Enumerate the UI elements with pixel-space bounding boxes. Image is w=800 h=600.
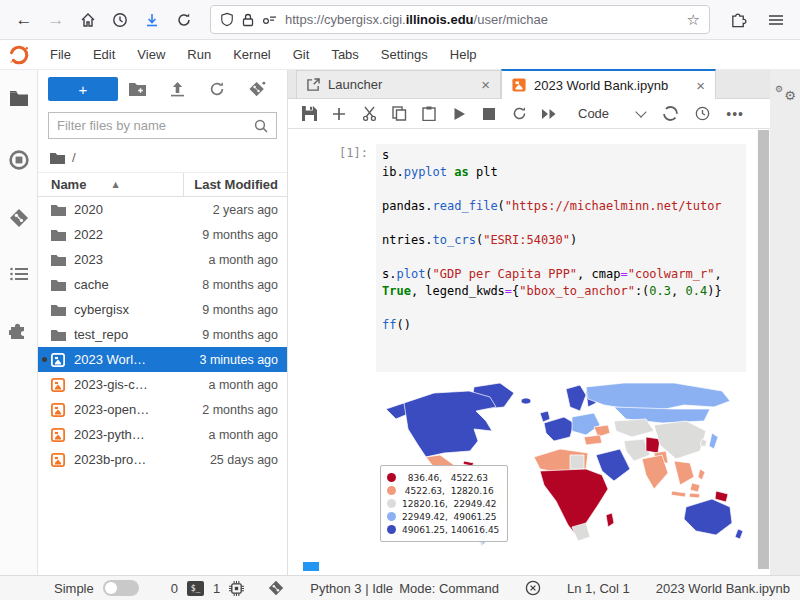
simple-mode-toggle[interactable] (103, 580, 139, 596)
code-line: s.plot("GDP per Capita PPP", cmap="coolw… (382, 266, 740, 283)
file-name: cybergisx (74, 302, 202, 317)
downloads-icon[interactable] (136, 5, 168, 35)
file-name: 2023-open… (74, 402, 202, 417)
execution-time-clock-icon[interactable] (695, 106, 710, 121)
menu-run[interactable]: Run (176, 40, 222, 70)
legend-label: 12820.16, 22949.42 (402, 499, 496, 509)
save-icon[interactable] (294, 101, 324, 127)
property-inspector-icon[interactable]: ⚙⚙ (774, 84, 796, 101)
file-row-cybergisx[interactable]: cybergisx9 months ago (38, 297, 287, 322)
code-cell-editor[interactable]: sib.pyplot as plt pandas.read_file("http… (376, 144, 746, 372)
menu-help[interactable]: Help (439, 40, 488, 70)
refresh-icon[interactable] (198, 81, 238, 97)
bookmark-star-icon[interactable]: ☆ (687, 11, 700, 29)
extensions-icon[interactable] (722, 5, 754, 35)
cursor-position[interactable]: Ln 1, Col 1 (567, 581, 630, 596)
file-modified: 9 months ago (202, 228, 278, 242)
column-name[interactable]: Name ▲ (38, 177, 183, 192)
file-modified: a month ago (209, 253, 279, 267)
file-row-2023-open-[interactable]: 2023-open…2 months ago (38, 397, 287, 422)
menu-settings[interactable]: Settings (370, 40, 439, 70)
git-status-icon[interactable] (268, 580, 284, 596)
menu-tabs[interactable]: Tabs (320, 40, 369, 70)
file-row-2020[interactable]: 20202 years ago (38, 197, 287, 222)
notebook-file-icon (51, 453, 67, 467)
vertical-scrollbar[interactable] (757, 130, 770, 569)
permissions-icon[interactable] (262, 14, 277, 25)
kernel-status[interactable]: Python 3 | Idle (310, 581, 393, 596)
file-name: 2023b-pro… (74, 452, 210, 467)
menu-kernel[interactable]: Kernel (222, 40, 282, 70)
cell-type-dropdown[interactable]: Code (578, 106, 645, 121)
lock-icon[interactable] (242, 13, 254, 27)
legend-swatch (387, 473, 396, 482)
copy-icon[interactable] (384, 101, 414, 127)
horizontal-scrollbar-thumb[interactable] (303, 562, 319, 571)
upload-icon[interactable] (158, 82, 198, 97)
forward-icon[interactable]: → (40, 5, 72, 35)
more-options-icon[interactable]: ••• (726, 106, 744, 122)
extension-manager-icon[interactable] (0, 310, 38, 350)
file-row-cache[interactable]: cache8 months ago (38, 272, 287, 297)
file-row-2023-gis-c-[interactable]: 2023-gis-c…a month ago (38, 372, 287, 397)
menu-git[interactable]: Git (282, 40, 321, 70)
tab-launcher[interactable]: Launcher × (296, 70, 501, 98)
breadcrumb[interactable]: / (38, 139, 287, 172)
code-line (382, 215, 740, 232)
menu-edit[interactable]: Edit (82, 40, 126, 70)
file-row-2023b-pro-[interactable]: 2023b-pro…25 days ago (38, 447, 287, 472)
file-filter-box (48, 112, 277, 139)
new-launcher-button[interactable]: + (48, 77, 118, 101)
statusbar-filename: 2023 World Bank.ipynb (656, 581, 790, 596)
file-filter-input[interactable] (57, 118, 254, 133)
file-row-2023-pyth-[interactable]: 2023-pyth…a month ago (38, 422, 287, 447)
menu-view[interactable]: View (126, 40, 176, 70)
home-icon[interactable] (72, 5, 104, 35)
run-icon[interactable] (444, 101, 474, 127)
trust-indicator-icon (525, 580, 541, 596)
paste-icon[interactable] (414, 101, 444, 127)
reload-icon[interactable] (168, 5, 200, 35)
table-of-contents-icon[interactable] (0, 254, 38, 294)
new-folder-icon[interactable] (118, 82, 158, 96)
url-text: https://cybergisx.cigi.illinois.edu/user… (285, 12, 679, 27)
cut-icon[interactable] (354, 101, 384, 127)
column-last-modified[interactable]: Last Modified (183, 173, 287, 196)
tab-notebook[interactable]: 2023 World Bank.ipynb × (501, 69, 716, 99)
running-sessions-status[interactable]: 0 $_ 1 (171, 581, 244, 596)
search-icon (254, 119, 268, 133)
close-icon[interactable]: × (696, 77, 705, 94)
file-modified: a month ago (209, 378, 279, 392)
launcher-icon (307, 78, 320, 91)
running-sessions-icon[interactable] (0, 140, 38, 180)
history-icon[interactable] (104, 5, 136, 35)
address-bar[interactable]: https://cybergisx.cigi.illinois.edu/user… (210, 5, 710, 34)
file-row-2023-worl-[interactable]: 2023 Worl…3 minutes ago (38, 347, 287, 372)
breadcrumb-root[interactable]: / (72, 150, 76, 165)
legend-swatch (387, 525, 396, 534)
menu-file[interactable]: File (39, 40, 82, 70)
shield-icon[interactable] (220, 12, 234, 27)
git-icon[interactable] (0, 198, 38, 238)
file-modified: 2 years ago (213, 203, 278, 217)
close-icon[interactable]: × (481, 76, 490, 93)
folder-icon (51, 304, 67, 316)
legend-row: 836.46, 4522.63 (387, 471, 499, 484)
file-modified: 9 months ago (202, 328, 278, 342)
sort-ascending-icon: ▲ (112, 180, 118, 189)
stop-icon[interactable] (474, 101, 504, 127)
file-row-test-repo[interactable]: test_repo9 months ago (38, 322, 287, 347)
git-clone-icon[interactable] (237, 81, 277, 98)
add-cell-icon[interactable] (324, 101, 354, 127)
back-icon[interactable]: ← (8, 5, 40, 35)
kernel-status-icon[interactable] (662, 105, 679, 122)
file-browser-icon[interactable] (0, 78, 38, 118)
restart-run-all-icon[interactable] (534, 101, 564, 127)
file-row-2023[interactable]: 2023a month ago (38, 247, 287, 272)
jupyterlab-menubar: FileEditViewRunKernelGitTabsSettingsHelp (0, 40, 800, 70)
menu-hamburger-icon[interactable] (760, 5, 792, 35)
restart-kernel-icon[interactable] (504, 101, 534, 127)
file-row-2022[interactable]: 20229 months ago (38, 222, 287, 247)
menubar-items: FileEditViewRunKernelGitTabsSettingsHelp (39, 40, 488, 70)
file-modified: 25 days ago (210, 453, 278, 467)
